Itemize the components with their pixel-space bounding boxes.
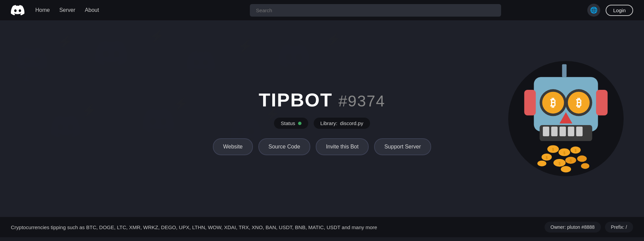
nav-home[interactable]: Home <box>35 7 50 13</box>
status-badge: Status <box>274 118 308 129</box>
svg-rect-25 <box>576 127 583 136</box>
navbar: Home Server About 🌐 Login <box>0 0 644 20</box>
svg-point-41 <box>561 166 571 173</box>
library-label: Library: <box>320 120 337 126</box>
bot-tag: #9374 <box>338 92 385 110</box>
support-server-button[interactable]: Support Server <box>374 138 431 155</box>
bot-avatar-circle: ₿ ₿ $ $ $ <box>508 61 624 176</box>
nav-server[interactable]: Server <box>59 7 75 13</box>
action-buttons: Website Source Code Invite this Bot Supp… <box>213 138 431 155</box>
svg-text:⚡: ⚡ <box>58 34 73 49</box>
svg-text:$: $ <box>552 148 554 152</box>
library-badge: Library: discord.py <box>314 118 370 129</box>
svg-text:₿: ₿ <box>550 97 556 109</box>
status-dot <box>298 122 301 125</box>
svg-point-40 <box>581 163 589 169</box>
bot-name: TIPBOT <box>259 89 332 111</box>
svg-rect-21 <box>543 127 549 136</box>
svg-point-38 <box>577 156 587 162</box>
prefix-label: Prefix: / <box>611 224 627 230</box>
discord-logo-icon <box>11 3 24 17</box>
site-logo[interactable] <box>11 3 24 17</box>
svg-text:$: $ <box>570 159 572 163</box>
login-button[interactable]: Login <box>606 5 633 16</box>
owner-label: Owner: pluton #8888 <box>551 224 595 230</box>
svg-point-39 <box>537 161 546 166</box>
footer-badges: Owner: pluton #8888 Prefix: / <box>545 222 633 233</box>
footer-description: Cryptocurrencies tipping such as BTC, DO… <box>11 224 377 230</box>
svg-text:⚡: ⚡ <box>149 28 165 43</box>
nav-right: 🌐 Login <box>587 4 633 17</box>
website-button[interactable]: Website <box>213 138 253 155</box>
translate-icon: 🌐 <box>590 6 597 14</box>
status-badges: Status Library: discord.py <box>274 118 370 129</box>
svg-rect-24 <box>568 127 574 136</box>
svg-rect-23 <box>559 127 566 136</box>
svg-text:$: $ <box>574 149 576 153</box>
svg-rect-12 <box>596 90 608 116</box>
svg-rect-9 <box>562 64 567 77</box>
svg-text:⚡: ⚡ <box>326 32 341 46</box>
nav-about[interactable]: About <box>85 7 99 13</box>
owner-badge: Owner: pluton #8888 <box>545 222 601 233</box>
source-code-button[interactable]: Source Code <box>258 138 310 155</box>
prefix-badge: Prefix: / <box>605 222 633 233</box>
translate-button[interactable]: 🌐 <box>587 4 600 17</box>
footer-bar: Cryptocurrencies tipping such as BTC, DO… <box>0 217 644 237</box>
bot-avatar-svg: ₿ ₿ $ $ $ <box>515 61 617 176</box>
bot-avatar-container: ₿ ₿ $ $ $ <box>508 61 624 176</box>
search-input[interactable] <box>250 4 501 17</box>
nav-links: Home Server About <box>35 7 99 13</box>
search-container <box>250 4 501 17</box>
svg-text:$: $ <box>546 156 548 160</box>
bot-title: TIPBOT #9374 <box>259 89 385 111</box>
svg-rect-22 <box>551 127 558 136</box>
invite-bot-button[interactable]: Invite this Bot <box>316 138 369 155</box>
status-label: Status <box>281 120 295 126</box>
library-value: discord.py <box>340 120 363 126</box>
svg-text:$: $ <box>558 162 560 165</box>
svg-rect-11 <box>524 90 536 116</box>
hero-section: ⚡ ⚡ ⚡ ⚡ ⚡ ⚡ ⚡ TIPBOT #9374 Status Librar… <box>0 20 644 217</box>
svg-text:₿: ₿ <box>576 97 582 109</box>
svg-text:$: $ <box>563 151 565 155</box>
svg-text:⚡: ⚡ <box>238 39 253 53</box>
